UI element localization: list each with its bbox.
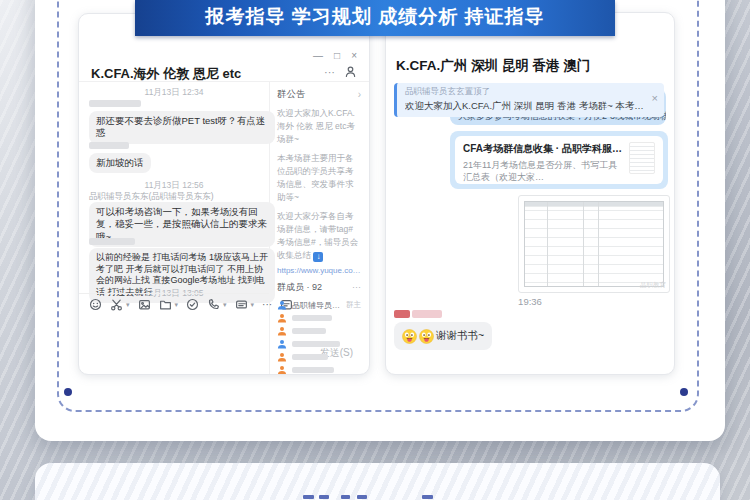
pinned-text: 欢迎大家加入K.CFA.广州 深圳 昆明 香港 考场群~ 本考场群主要用于…: [405, 100, 646, 113]
next-slide-card: [35, 463, 720, 500]
clipped-text-fragment: [341, 495, 350, 499]
member-row[interactable]: [277, 312, 361, 325]
chat-window-south-china: K.CFA.广州 深圳 昆明 香港 澳门 大家多多参与考场信息的收集，方便2-3…: [385, 12, 675, 375]
close-button[interactable]: ×: [351, 51, 357, 61]
chat-window-overseas: — □ × K.CFA.海外 伦敦 恩尼 etc ··· 11月13日 12:3…: [78, 13, 370, 375]
chat-message: 那还要不要去诊所做PET test呀？有点迷惑: [89, 111, 275, 144]
selection-handle-right[interactable]: [680, 388, 688, 396]
announcement-header: 群公告: [277, 88, 306, 101]
doc-card-description: 21年11月考场信息是否分屏、书写工具汇总表（欢迎大家…: [463, 159, 623, 183]
image-watermark: 品职教育: [640, 281, 666, 290]
caret-down-icon[interactable]: ▾: [223, 301, 227, 309]
avatar-icon: [277, 339, 287, 349]
avatar-icon: [277, 326, 287, 336]
caret-down-icon[interactable]: ▾: [251, 301, 255, 309]
reply-text: 谢谢书书~: [436, 329, 484, 343]
blurred-username: [394, 310, 442, 318]
selection-handle-left[interactable]: [64, 388, 72, 396]
pinned-message-banner[interactable]: 品职辅导员玄玄置顶了 欢迎大家加入K.CFA.广州 深圳 昆明 香港 考场群~ …: [394, 83, 664, 117]
member-row[interactable]: [277, 351, 361, 364]
timestamp: 19:36: [386, 296, 674, 307]
member-row[interactable]: [277, 364, 361, 375]
timestamp: 11月13日 12:34: [79, 87, 269, 99]
check-circle-icon[interactable]: [186, 298, 199, 311]
avatar-icon: [277, 365, 287, 374]
tongue-out-emoji-icon: [419, 329, 434, 344]
caret-down-icon[interactable]: ▾: [175, 301, 179, 309]
minimize-button[interactable]: —: [313, 51, 323, 61]
close-icon[interactable]: ×: [652, 92, 658, 104]
promo-banner-text: 报考指导 学习规划 成绩分析 持证指导: [206, 6, 545, 27]
download-icon: ↓: [313, 252, 323, 262]
member-name: 品职辅导员文玄(品职辅…: [292, 300, 341, 311]
screenshot-scissors-icon[interactable]: [110, 298, 123, 311]
member-row[interactable]: [277, 338, 361, 351]
message-sms-icon[interactable]: [235, 298, 248, 311]
group-title: K.CFA.广州 深圳 昆明 香港 澳门: [396, 57, 590, 75]
chat-toolbar: ▾ ▾ ▾ ▾ ···: [79, 293, 269, 315]
more-menu-button[interactable]: ···: [324, 67, 335, 77]
members-more-icon[interactable]: ···: [352, 282, 361, 292]
clipped-text-fragment: [422, 495, 433, 499]
clipped-text-fragment: [357, 495, 367, 499]
maximize-button[interactable]: □: [334, 51, 340, 61]
clipped-text-fragment: [303, 495, 314, 499]
emoji-icon[interactable]: [89, 298, 102, 311]
file-folder-icon[interactable]: [159, 298, 172, 311]
table-image-message[interactable]: 品职教育: [518, 195, 670, 293]
member-row[interactable]: [277, 325, 361, 338]
chevron-right-icon[interactable]: ›: [358, 89, 361, 100]
group-sidebar: 群公告 › 欢迎大家加入K.CFA.海外 伦敦 恩尼 etc考场群~ 本考场群主…: [269, 81, 369, 374]
tongue-out-emoji-icon: [402, 329, 417, 344]
table-image: [524, 201, 664, 287]
doc-thumbnail: [629, 142, 655, 174]
avatar-icon: [277, 313, 287, 323]
pinned-meta: 品职辅导员玄玄置顶了: [405, 86, 646, 98]
blurred-username: [89, 142, 129, 149]
announcement-link[interactable]: https://www.yuque.com/docs…: [277, 266, 361, 275]
blurred-username: [89, 100, 141, 107]
clipped-text-fragment: [319, 495, 329, 499]
chat-message: 新加坡的话: [89, 153, 151, 173]
blurred-username: [89, 238, 135, 245]
chat-message: 谢谢书书~: [394, 322, 492, 350]
screenshot-stage: 报考指导 学习规划 成绩分析 持证指导 — □ × K.CFA.海外 伦敦 恩尼…: [0, 0, 750, 500]
avatar-icon: [277, 352, 287, 362]
contact-profile-icon[interactable]: [344, 64, 357, 82]
owner-badge: 群主: [346, 300, 361, 310]
members-header: 群成员 · 92: [277, 281, 322, 294]
image-icon[interactable]: [138, 298, 151, 311]
announcement-text: 本考场群主要用于各位品职的学员共享考场信息、突发事件求助等~: [277, 152, 361, 203]
doc-card-title: CFA考场群信息收集 · 品职学科服务组: [463, 142, 623, 156]
caret-down-icon[interactable]: ▾: [126, 301, 130, 309]
shared-doc-card[interactable]: CFA考场群信息收集 · 品职学科服务组 21年11月考场信息是否分屏、书写工具…: [450, 131, 668, 189]
promo-banner: 报考指导 学习规划 成绩分析 持证指导: [135, 0, 615, 36]
avatar-icon: [277, 300, 287, 310]
member-row-owner[interactable]: 品职辅导员文玄(品职辅… 群主: [277, 299, 361, 312]
phone-call-icon[interactable]: [207, 298, 220, 311]
announcement-text: 欢迎大家加入K.CFA.海外 伦敦 恩尼 etc考场群~: [277, 107, 361, 145]
